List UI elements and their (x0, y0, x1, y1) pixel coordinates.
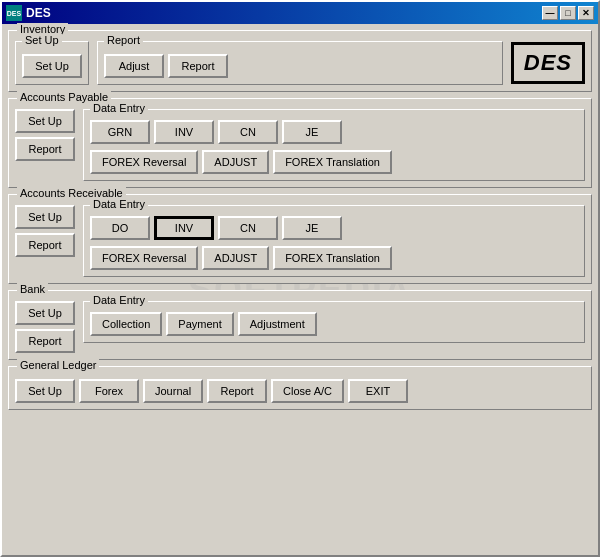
ar-row2: FOREX Reversal ADJUST FOREX Translation (90, 246, 578, 270)
ar-je-button[interactable]: JE (282, 216, 342, 240)
minimize-button[interactable]: — (542, 6, 558, 20)
window-title: DES (26, 6, 51, 20)
gl-inner: Set Up Forex Journal Report Close A/C EX… (15, 379, 585, 403)
ar-cn-button[interactable]: CN (218, 216, 278, 240)
inventory-adjust-button[interactable]: Adjust (104, 54, 164, 78)
ap-cn-button[interactable]: CN (218, 120, 278, 144)
ap-row2: FOREX Reversal ADJUST FOREX Translation (90, 150, 578, 174)
inventory-setup-box: Set Up Set Up (15, 41, 89, 85)
ar-setup-button[interactable]: Set Up (15, 205, 75, 229)
ar-inner: Set Up Report Data Entry DO INV CN JE FO (15, 205, 585, 277)
ar-forex-reversal-button[interactable]: FOREX Reversal (90, 246, 198, 270)
bank-adjustment-button[interactable]: Adjustment (238, 312, 317, 336)
accounts-receivable-section: Accounts Receivable Set Up Report Data E… (8, 194, 592, 284)
ap-forex-translation-button[interactable]: FOREX Translation (273, 150, 392, 174)
ap-report-button[interactable]: Report (15, 137, 75, 161)
ar-adjust-button[interactable]: ADJUST (202, 246, 269, 270)
ap-inv-button[interactable]: INV (154, 120, 214, 144)
ap-setup-button[interactable]: Set Up (15, 109, 75, 133)
inventory-boxes: Set Up Set Up Report Adjust Report (15, 41, 503, 85)
ap-data-entry-box: Data Entry GRN INV CN JE FOREX Reversal … (83, 109, 585, 181)
general-ledger-section: General Ledger Set Up Forex Journal Repo… (8, 366, 592, 410)
gl-journal-button[interactable]: Journal (143, 379, 203, 403)
gl-close-ac-button[interactable]: Close A/C (271, 379, 344, 403)
ar-do-button[interactable]: DO (90, 216, 150, 240)
app-icon: DES (6, 5, 22, 21)
ap-left: Set Up Report (15, 109, 75, 161)
bank-inner: Set Up Report Data Entry Collection Paym… (15, 301, 585, 353)
inventory-report-legend: Report (104, 34, 143, 46)
bank-setup-button[interactable]: Set Up (15, 301, 75, 325)
bank-right: Data Entry Collection Payment Adjustment (83, 301, 585, 343)
ar-inv-button[interactable]: INV (154, 216, 214, 240)
ap-row1: GRN INV CN JE (90, 120, 578, 144)
gl-setup-button[interactable]: Set Up (15, 379, 75, 403)
ap-je-button[interactable]: JE (282, 120, 342, 144)
inventory-report-buttons: Adjust Report (104, 54, 496, 78)
gl-forex-button[interactable]: Forex (79, 379, 139, 403)
ap-grn-button[interactable]: GRN (90, 120, 150, 144)
inventory-report-button[interactable]: Report (168, 54, 228, 78)
inventory-section: Inventory Set Up Set Up Report Adjust Re… (8, 30, 592, 92)
inventory-setup-button[interactable]: Set Up (22, 54, 82, 78)
ap-adjust-button[interactable]: ADJUST (202, 150, 269, 174)
bank-section: Bank Set Up Report Data Entry Collection… (8, 290, 592, 360)
bank-report-button[interactable]: Report (15, 329, 75, 353)
ar-left: Set Up Report (15, 205, 75, 257)
inventory-setup-legend: Set Up (22, 34, 62, 46)
ar-right: Data Entry DO INV CN JE FOREX Reversal A… (83, 205, 585, 277)
main-content: SOFTPEDIA www.softpedia.com Inventory Se… (2, 24, 598, 555)
general-ledger-label: General Ledger (17, 359, 99, 371)
bank-payment-button[interactable]: Payment (166, 312, 233, 336)
main-window: DES DES — □ ✕ SOFTPEDIA www.softpedia.co… (0, 0, 600, 557)
bank-left: Set Up Report (15, 301, 75, 353)
ap-inner: Set Up Report Data Entry GRN INV CN JE F (15, 109, 585, 181)
ar-forex-translation-button[interactable]: FOREX Translation (273, 246, 392, 270)
gl-exit-button[interactable]: EXIT (348, 379, 408, 403)
ar-row1: DO INV CN JE (90, 216, 578, 240)
gl-report-button[interactable]: Report (207, 379, 267, 403)
bank-data-entry-label: Data Entry (90, 294, 148, 306)
bank-data-entry-box: Data Entry Collection Payment Adjustment (83, 301, 585, 343)
bank-row1: Collection Payment Adjustment (90, 312, 578, 336)
bank-collection-button[interactable]: Collection (90, 312, 162, 336)
inventory-inner: Set Up Set Up Report Adjust Report DES (15, 41, 585, 85)
ar-data-entry-box: Data Entry DO INV CN JE FOREX Reversal A… (83, 205, 585, 277)
title-bar: DES DES — □ ✕ (2, 2, 598, 24)
title-bar-left: DES DES (6, 5, 51, 21)
ar-report-button[interactable]: Report (15, 233, 75, 257)
maximize-button[interactable]: □ (560, 6, 576, 20)
ap-right: Data Entry GRN INV CN JE FOREX Reversal … (83, 109, 585, 181)
des-logo: DES (511, 42, 585, 84)
title-buttons: — □ ✕ (542, 6, 594, 20)
bank-label: Bank (17, 283, 48, 295)
close-button[interactable]: ✕ (578, 6, 594, 20)
accounts-payable-section: Accounts Payable Set Up Report Data Entr… (8, 98, 592, 188)
ap-forex-reversal-button[interactable]: FOREX Reversal (90, 150, 198, 174)
ar-data-entry-label: Data Entry (90, 198, 148, 210)
ap-data-entry-label: Data Entry (90, 102, 148, 114)
inventory-report-box: Report Adjust Report (97, 41, 503, 85)
